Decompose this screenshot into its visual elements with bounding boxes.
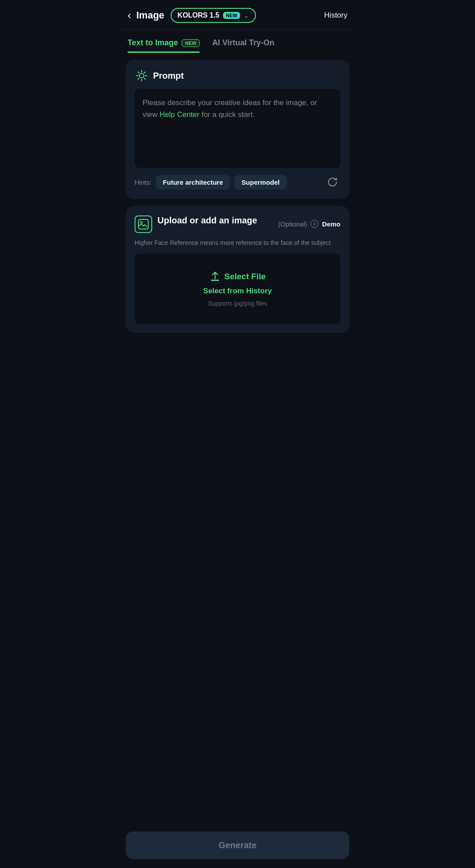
select-file-button[interactable]: Select File bbox=[209, 271, 266, 282]
header-title: Image bbox=[136, 10, 164, 21]
tab-ai-virtual-try-on-label: AI Virtual Try-On bbox=[212, 38, 274, 47]
hints-label: Hints: bbox=[135, 179, 151, 186]
tab-ai-virtual-try-on[interactable]: AI Virtual Try-On bbox=[212, 31, 274, 53]
svg-rect-11 bbox=[211, 280, 219, 281]
select-file-label: Select File bbox=[224, 272, 266, 281]
upload-card: Upload or add an image (Optional) i Demo… bbox=[126, 206, 349, 333]
svg-point-10 bbox=[141, 222, 142, 223]
upload-title-group: Upload or add an image bbox=[135, 215, 257, 233]
model-name: KOLORS 1.5 bbox=[178, 11, 219, 19]
generate-bar: Generate bbox=[119, 826, 356, 868]
hints-row: Hints: Future architecture Supermodel bbox=[135, 174, 340, 190]
prompt-icon bbox=[135, 69, 149, 83]
header: ‹ Image KOLORS 1.5 NEW ⌄ History bbox=[119, 0, 356, 29]
svg-line-5 bbox=[138, 72, 139, 73]
generate-button[interactable]: Generate bbox=[126, 832, 349, 859]
svg-line-8 bbox=[138, 78, 139, 80]
upload-title: Upload or add an image bbox=[157, 215, 257, 226]
upload-image-icon bbox=[135, 215, 152, 233]
optional-label: (Optional) bbox=[278, 220, 307, 228]
model-new-badge: NEW bbox=[223, 12, 241, 19]
supports-text: Supports jpg/png files bbox=[208, 300, 267, 307]
svg-line-6 bbox=[144, 78, 146, 80]
prompt-card: Prompt Please describe your creative ide… bbox=[126, 60, 349, 199]
tabs-bar: Text to Image NEW AI Virtual Try-On bbox=[119, 31, 356, 53]
upload-description: Higher Face Reference means more referen… bbox=[135, 238, 340, 248]
history-button[interactable]: History bbox=[324, 11, 347, 20]
svg-rect-9 bbox=[139, 219, 148, 229]
upload-header: Upload or add an image (Optional) i Demo bbox=[135, 215, 340, 233]
prompt-section-header: Prompt bbox=[135, 69, 340, 83]
model-selector[interactable]: KOLORS 1.5 NEW ⌄ bbox=[171, 8, 256, 23]
select-from-row: Select from History bbox=[203, 287, 272, 295]
upload-meta: (Optional) i Demo bbox=[278, 220, 340, 228]
refresh-hints-button[interactable] bbox=[325, 174, 340, 190]
prompt-input-area[interactable]: Please describe your creative ideas for … bbox=[135, 89, 340, 168]
upload-dropzone[interactable]: Select File Select from History Supports… bbox=[135, 254, 340, 324]
main-content: Prompt Please describe your creative ide… bbox=[119, 53, 356, 384]
svg-point-0 bbox=[139, 73, 144, 78]
tab-text-to-image-label: Text to Image bbox=[128, 38, 178, 47]
chevron-down-icon: ⌄ bbox=[244, 12, 249, 19]
hint-chip-0[interactable]: Future architecture bbox=[156, 175, 230, 190]
help-center-link[interactable]: Help Center bbox=[160, 110, 200, 119]
demo-link[interactable]: Demo bbox=[322, 220, 340, 228]
hint-chip-1[interactable]: Supermodel bbox=[234, 175, 287, 190]
info-icon[interactable]: i bbox=[311, 220, 318, 228]
tab-new-badge: NEW bbox=[182, 39, 200, 47]
svg-line-7 bbox=[144, 72, 146, 73]
back-button[interactable]: ‹ bbox=[128, 10, 131, 21]
prompt-placeholder-text: Please describe your creative ideas for … bbox=[142, 97, 332, 120]
select-from-history-link[interactable]: History bbox=[246, 287, 272, 295]
tab-text-to-image[interactable]: Text to Image NEW bbox=[128, 31, 200, 53]
prompt-title: Prompt bbox=[153, 71, 184, 81]
